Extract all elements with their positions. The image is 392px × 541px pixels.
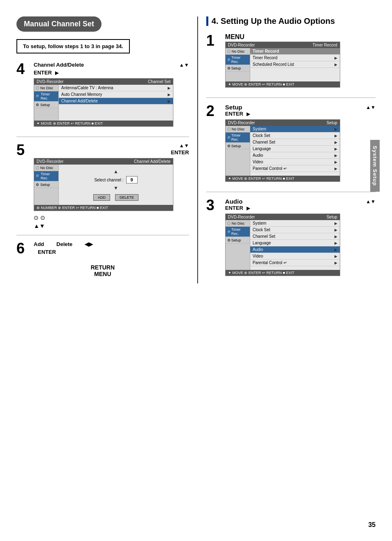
step2-screen: DVD-Recorder Setup No Disc ⏱ <box>225 119 340 182</box>
setup-label: Setup <box>40 103 50 107</box>
s1-m0: Timer Record <box>253 56 277 60</box>
step1-num: 1 <box>206 33 221 48</box>
step4-enter-label: ENTER <box>34 70 52 76</box>
step3-enter: ENTER <box>225 205 243 211</box>
s3-m2: Channel Set <box>253 234 275 239</box>
s3-no-disc-icon <box>227 222 231 225</box>
s1-timer-rec: Timer Rec. <box>231 56 248 64</box>
s3-setup: Setup <box>231 238 241 242</box>
s1-timer-icon: ⏱ <box>227 58 231 62</box>
step6: 6 Add Delete ◀▶ ENTER <box>16 241 189 256</box>
step6-num: 6 <box>16 241 29 256</box>
s3-c0: ▶ <box>334 221 337 225</box>
s1-c1: ▶ <box>334 63 337 67</box>
s3-footer: ✦ MOVE ⊕ ENTER ↩ RETURN ■ EXIT <box>228 271 294 275</box>
step5-dvd-header-right: Channel Add/Delete <box>134 159 171 164</box>
s2-setup: Setup <box>231 144 241 148</box>
s2-c1: ▶ <box>334 134 337 138</box>
arrows-lr: ◀▶ <box>85 241 93 247</box>
s2-c2: ▶ <box>334 140 337 144</box>
step5-footer: ⊕ NUMBER ⊕ ENTER ↩ RETURN ■ EXIT <box>37 206 108 210</box>
return-menu-block: RETURN MENU <box>16 264 189 277</box>
step3-num: 3 <box>206 198 221 213</box>
step2-setup-label: Setup <box>225 104 242 111</box>
step3-arrow-right: ▶ <box>247 205 250 211</box>
s3-c5: ▶ <box>334 254 337 258</box>
step2-num: 2 <box>206 104 221 118</box>
menu-item-channel-add: Channel Add/Delete <box>61 99 98 103</box>
s1-no-disc: No Disc <box>232 49 245 53</box>
timer-icon5: ⏱ <box>36 174 39 178</box>
tri-up-icon: ▲ <box>113 169 118 174</box>
step4-footer: ✦ MOVE ⊕ ENTER ↩ RETURN ■ EXIT <box>37 121 103 125</box>
step3-screen: DVD-Recorder Setup No Disc ⏱ <box>225 214 340 276</box>
step3-audio-label: Audio <box>225 198 243 205</box>
step4-arrows: ▲▼ <box>179 62 189 68</box>
tri-icons: ▲▼ <box>34 223 45 229</box>
s2-m1: Clock Set <box>253 133 270 138</box>
step6-enter-label: ENTER <box>38 249 56 255</box>
s2-m0: System <box>253 127 266 131</box>
chevron-icon-2: ▶ <box>168 99 171 103</box>
s3-m0: System <box>253 221 266 225</box>
s2-m2: Channel Set <box>253 140 275 144</box>
section4-title: 4. Setting Up the Audio Options <box>206 16 376 26</box>
menu-item-antenna: Antenna/Cable TV : Antenna <box>61 86 113 90</box>
step2-right: 2 Setup ▲▼ ENTER ▶ DVD-Recorder Set <box>206 104 376 186</box>
s2-c6: ▶ <box>334 167 337 171</box>
step3-arrows: ▲▼ <box>366 199 376 204</box>
step5-enter-label: ENTER <box>171 149 189 156</box>
s1-timer-record-title: Timer Record <box>253 49 279 53</box>
s2-m5: Video <box>253 160 263 164</box>
s1-c0: ▶ <box>334 56 337 60</box>
s2-m3: Language <box>253 146 271 151</box>
step3-right: 3 Audio ▲▼ ENTER ▶ DVD-Recorder Set <box>206 198 376 280</box>
instruction-box: To setup, follow steps 1 to 3 in page 34… <box>16 39 130 53</box>
delete-button[interactable]: DELETE <box>115 194 138 201</box>
s2-c0: ▶ <box>334 127 337 131</box>
step4-num: 4 <box>16 62 29 77</box>
no-disc-icon5 <box>36 166 39 169</box>
setup5: Setup <box>40 183 50 187</box>
step4-dvd-header-left: DVD-Recorder <box>37 79 64 84</box>
page-number: 35 <box>368 521 376 529</box>
s3-c2: ▶ <box>334 235 337 239</box>
s2-hdr-right: Setup <box>327 121 337 125</box>
add-button[interactable]: ADD <box>93 194 110 201</box>
step5-screen: DVD-Recorder Channel Add/Delete No Disc <box>34 158 173 211</box>
s3-c3: ▶ <box>334 241 337 245</box>
s3-no-disc: No Disc <box>232 221 245 225</box>
s3-timer-rec: Timer Rec. <box>231 228 248 236</box>
step5-num: 5 <box>16 143 29 158</box>
step4-channel-label: Channel Add/Delete <box>34 62 84 68</box>
menu-item-auto: Auto Channel Memory <box>61 92 102 97</box>
s2-no-disc-icon <box>227 128 231 131</box>
s3-m3: Language <box>253 241 271 245</box>
delete-label: Delete <box>56 241 72 247</box>
timer-rec-label: Timer Rec. <box>41 92 57 100</box>
step4-arrow-right: ▶ <box>55 70 59 76</box>
s1-hdr-right: Timer Record <box>313 43 337 47</box>
s3-hdr-left: DVD-Recorder <box>228 215 255 219</box>
step2-enter: ENTER <box>225 111 243 117</box>
s1-hdr-left: DVD-Recorder <box>228 43 255 47</box>
s3-m1: Clock Set <box>253 228 270 232</box>
no-disc-label: No Disc <box>40 86 53 90</box>
select-channel-label: Select channel : <box>94 178 123 182</box>
s3-m6: Parental Control ↵ <box>253 260 287 265</box>
s3-timer-icon: ⏱ <box>227 230 231 234</box>
s3-m4: Audio <box>253 247 263 252</box>
s2-c4: ▶ <box>334 153 337 158</box>
menu-label: MENU <box>16 271 189 277</box>
s2-c3: ▶ <box>334 147 337 151</box>
setup-icon: ⚙ <box>36 103 39 107</box>
manual-channel-header: Manual Channel Set <box>16 16 101 32</box>
s3-m5: Video <box>253 254 263 258</box>
s2-footer: ✦ MOVE ⊕ ENTER ↩ RETURN ■ EXIT <box>228 176 294 181</box>
s2-m6: Parental Control ↵ <box>253 166 287 171</box>
step1-right: 1 MENU DVD-Recorder Timer Record <box>206 33 376 92</box>
chevron-icon-0: ▶ <box>168 86 171 90</box>
step5-arrows: ▲▼ <box>179 143 189 149</box>
s2-timer-icon: ⏱ <box>227 136 231 139</box>
step5-dvd-header-left: DVD-Recorder <box>37 159 64 164</box>
